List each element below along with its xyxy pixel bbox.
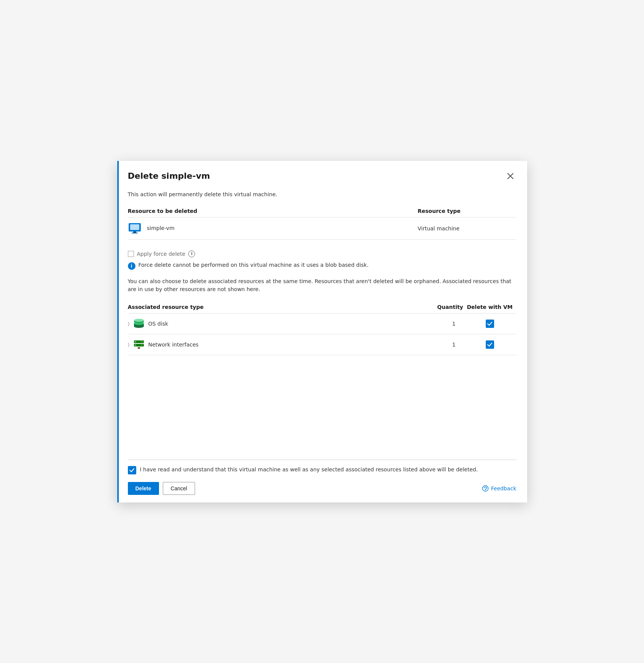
network-icon — [133, 340, 145, 350]
confirm-checkbox[interactable] — [128, 466, 136, 474]
svg-rect-4 — [132, 233, 138, 233]
feedback-label: Feedback — [491, 485, 516, 491]
assoc-resource-name: Network interfaces — [148, 342, 199, 348]
assoc-delete-check-cell — [463, 334, 516, 355]
feedback-icon — [482, 485, 489, 492]
info-message: i Force delete cannot be performed on th… — [128, 262, 516, 270]
svg-rect-16 — [141, 344, 143, 345]
resource-name-cell: simple-vm — [128, 217, 418, 239]
svg-point-19 — [485, 490, 486, 490]
os-disk-delete-checkbox[interactable] — [486, 320, 494, 328]
checkmark-icon — [129, 468, 134, 472]
dialog-footer: I have read and understand that this vir… — [117, 454, 527, 502]
confirm-row: I have read and understand that this vir… — [128, 466, 516, 474]
checkmark-icon — [487, 322, 492, 326]
force-delete-checkbox[interactable] — [128, 251, 134, 257]
dialog-body: This action will permanently delete this… — [117, 188, 527, 454]
footer-divider — [128, 460, 516, 460]
assoc-col1-header: Associated resource type — [128, 301, 425, 313]
assoc-col3-header: Delete with VM — [463, 301, 516, 313]
table-row: simple-vm Virtual machine — [128, 217, 516, 239]
confirm-text: I have read and understand that this vir… — [140, 466, 478, 474]
expand-chevron[interactable]: 〉 — [128, 321, 129, 326]
vm-icon — [128, 223, 142, 234]
os-disk-icon — [133, 319, 145, 329]
assoc-quantity-cell: 1 — [425, 334, 463, 355]
close-icon — [507, 173, 513, 179]
vm-icon-svg — [128, 222, 142, 235]
resource-col-header: Resource to be deleted — [128, 205, 418, 217]
dialog-title: Delete simple-vm — [128, 171, 210, 181]
dialog-header: Delete simple-vm — [117, 161, 527, 188]
svg-rect-2 — [130, 224, 139, 230]
info-message-text: Force delete cannot be performed on this… — [139, 262, 369, 268]
table-row: 〉 OS disk — [128, 313, 516, 334]
network-delete-checkbox[interactable] — [486, 340, 494, 349]
svg-rect-15 — [135, 345, 136, 346]
row-resource: 〉 — [128, 340, 425, 350]
accent-bar — [117, 161, 119, 502]
svg-point-10 — [134, 319, 144, 322]
cancel-button[interactable]: Cancel — [163, 482, 195, 495]
associated-text: You can also choose to delete associated… — [128, 277, 516, 293]
force-delete-label: Apply force delete — [137, 251, 186, 257]
assoc-resource-cell: 〉 — [128, 334, 425, 355]
force-delete-info-icon[interactable]: i — [188, 250, 195, 257]
resource-type-col-header: Resource type — [418, 205, 516, 217]
svg-rect-13 — [141, 341, 143, 342]
delete-button[interactable]: Delete — [128, 482, 159, 495]
delete-dialog: Delete simple-vm This action will perman… — [117, 161, 527, 502]
svg-rect-17 — [138, 347, 140, 349]
resource-table: Resource to be deleted Resource type — [128, 205, 516, 240]
associated-table: Associated resource type Quantity Delete… — [128, 301, 516, 355]
table-row: 〉 — [128, 334, 516, 355]
footer-left-buttons: Delete Cancel — [128, 482, 195, 495]
feedback-link[interactable]: Feedback — [482, 485, 516, 492]
checkmark-icon — [487, 343, 492, 346]
assoc-quantity-cell: 1 — [425, 313, 463, 334]
resource-name: simple-vm — [147, 225, 175, 231]
assoc-resource-cell: 〉 OS disk — [128, 313, 425, 334]
footer-buttons: Delete Cancel Feedback — [128, 482, 516, 495]
intro-text: This action will permanently delete this… — [128, 191, 516, 197]
info-icon-blue: i — [128, 262, 135, 270]
row-resource: 〉 OS disk — [128, 319, 425, 329]
assoc-delete-check-cell — [463, 313, 516, 334]
resource-type-cell: Virtual machine — [418, 217, 516, 239]
svg-rect-12 — [135, 341, 136, 342]
force-delete-row: Apply force delete i — [128, 250, 516, 257]
assoc-resource-name: OS disk — [148, 321, 168, 327]
expand-chevron[interactable]: 〉 — [128, 342, 129, 347]
close-button[interactable] — [504, 170, 516, 182]
assoc-col2-header: Quantity — [425, 301, 463, 313]
